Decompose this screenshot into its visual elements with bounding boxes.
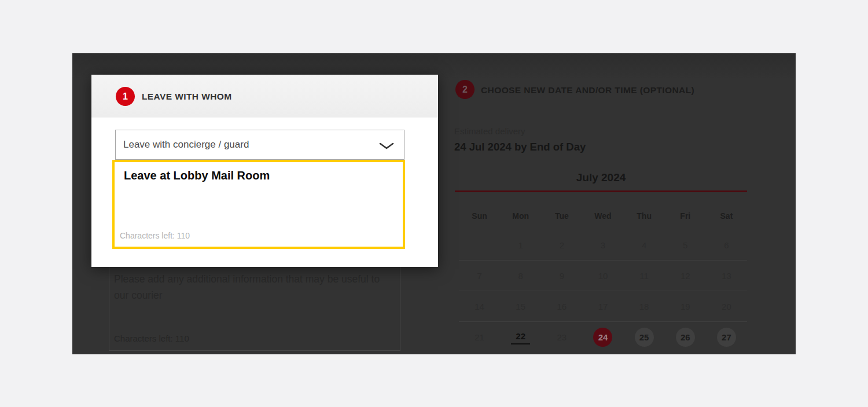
calendar-day-selected[interactable]: 24 bbox=[582, 322, 623, 352]
estimated-delivery-label: Estimated delivery bbox=[454, 126, 525, 136]
leave-note-textarea-highlighted[interactable]: Leave at Lobby Mail Room Characters left… bbox=[112, 160, 405, 249]
weekday-label: Wed bbox=[582, 207, 623, 225]
weekday-label: Tue bbox=[541, 207, 582, 225]
calendar-day bbox=[459, 230, 500, 260]
calendar-day[interactable]: 27 bbox=[706, 322, 747, 352]
step-1-spotlight-panel: 1 LEAVE WITH WHOM Leave with concierge /… bbox=[91, 75, 438, 267]
step-2-title: CHOOSE NEW DATE AND/OR TIME (OPTIONAL) bbox=[481, 85, 694, 96]
courier-note-placeholder: Please add any additional information th… bbox=[114, 271, 386, 303]
calendar-day-today[interactable]: 22 bbox=[500, 322, 541, 352]
calendar-day: 15 bbox=[500, 291, 541, 321]
calendar-row: 21 22 23 24 25 26 27 bbox=[459, 321, 747, 352]
chevron-down-icon bbox=[379, 142, 394, 152]
step-2-badge: 2 bbox=[455, 80, 475, 99]
weekday-label: Mon bbox=[500, 207, 541, 225]
calendar-day: 11 bbox=[624, 261, 665, 291]
calendar-day: 5 bbox=[665, 230, 706, 260]
weekday-label: Thu bbox=[624, 207, 665, 225]
calendar-day: 1 bbox=[500, 230, 541, 260]
leave-with-dropdown[interactable]: Leave with concierge / guard bbox=[115, 130, 404, 160]
characters-left-counter: Characters left: 110 bbox=[114, 333, 189, 343]
calendar-day: 21 bbox=[459, 322, 500, 352]
calendar-day: 2 bbox=[541, 230, 582, 260]
calendar-day: 16 bbox=[541, 291, 582, 321]
estimated-delivery-value: 24 Jul 2024 by End of Day bbox=[454, 141, 586, 153]
calendar-day: 3 bbox=[582, 230, 623, 260]
calendar-day: 7 bbox=[459, 261, 500, 291]
calendar-day: 8 bbox=[500, 261, 541, 291]
calendar-day: 18 bbox=[624, 291, 665, 321]
calendar-weekday-row: Sun Mon Tue Wed Thu Fri Sat bbox=[459, 207, 747, 225]
calendar-day: 4 bbox=[624, 230, 665, 260]
calendar-month-underline bbox=[455, 190, 747, 192]
weekday-label: Fri bbox=[665, 207, 706, 225]
characters-left-counter: Characters left: 110 bbox=[120, 231, 190, 240]
calendar-day: 23 bbox=[541, 322, 582, 352]
calendar-month-label: July 2024 bbox=[455, 171, 747, 184]
calendar-day: 14 bbox=[459, 291, 500, 321]
leave-note-value: Leave at Lobby Mail Room bbox=[124, 169, 403, 182]
step-1-title: LEAVE WITH WHOM bbox=[142, 91, 232, 102]
page: 2 CHOOSE NEW DATE AND/OR TIME (OPTIONAL)… bbox=[0, 0, 868, 407]
calendar-day[interactable]: 25 bbox=[624, 322, 665, 352]
weekday-label: Sat bbox=[706, 207, 747, 225]
leave-with-dropdown-value: Leave with concierge / guard bbox=[116, 139, 249, 151]
step-1-badge: 1 bbox=[116, 87, 135, 106]
calendar-day: 9 bbox=[541, 261, 582, 291]
calendar-day: 12 bbox=[665, 261, 706, 291]
step-1-header: 1 LEAVE WITH WHOM bbox=[91, 75, 438, 118]
calendar-grid: 1 2 3 4 5 6 7 8 9 10 11 12 13 14 15 16 1… bbox=[459, 230, 747, 352]
calendar-day: 19 bbox=[665, 291, 706, 321]
weekday-label: Sun bbox=[459, 207, 500, 225]
calendar-day: 17 bbox=[582, 291, 623, 321]
calendar-row: 14 15 16 17 18 19 20 bbox=[459, 291, 747, 321]
calendar-day: 6 bbox=[706, 230, 747, 260]
calendar-day[interactable]: 26 bbox=[665, 322, 706, 352]
calendar-day: 10 bbox=[582, 261, 623, 291]
calendar-row: 1 2 3 4 5 6 bbox=[459, 230, 747, 260]
calendar-day: 13 bbox=[706, 261, 747, 291]
calendar-day: 20 bbox=[706, 291, 747, 321]
courier-note-textarea[interactable]: Please add any additional information th… bbox=[109, 263, 400, 351]
calendar-row: 7 8 9 10 11 12 13 bbox=[459, 260, 747, 291]
